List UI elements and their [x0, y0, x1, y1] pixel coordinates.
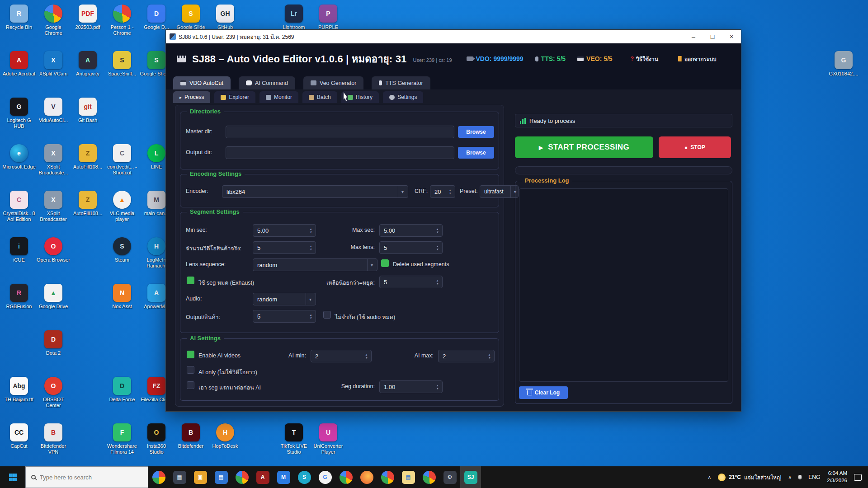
filmora[interactable]: F Wondershare Filmora 14 [105, 422, 139, 469]
spinner-arrows-icon[interactable]: ▴▾ [436, 227, 438, 234]
max-lens-stepper[interactable]: 5▴▾ [379, 241, 443, 254]
th-baijam-font[interactable]: Abg TH Baijam.ttf [2, 376, 36, 422]
enable-ai-checkbox[interactable] [187, 351, 194, 358]
antigravity[interactable]: A Antigravity [71, 50, 105, 97]
minimize-button[interactable]: – [684, 30, 703, 43]
ai-min-stepper[interactable]: 2▴▾ [311, 350, 372, 362]
weather-widget[interactable]: 21°C แจ่มใสส่วนใหญ่ [718, 473, 781, 482]
settings-gear-icon[interactable]: ⚙ [439, 466, 460, 488]
subtab-monitor[interactable]: Monitor [259, 91, 298, 103]
start-button[interactable] [0, 466, 25, 488]
gx-photo[interactable]: G GX010842.... [826, 50, 861, 97]
start-processing-button[interactable]: ▶ START PROCESSING [515, 136, 653, 158]
viduautocl[interactable]: V ViduAutoCl... [36, 97, 71, 143]
seg-duration-stepper[interactable]: 1.00▴▾ [379, 380, 443, 393]
vlc-player[interactable]: ▲ VLC media player [105, 190, 139, 236]
ai-max-stepper[interactable]: 2▴▾ [438, 350, 495, 362]
subtab-settings[interactable]: Settings [383, 91, 423, 103]
tray-microphone-icon[interactable] [798, 475, 802, 479]
steam[interactable]: S Steam [105, 236, 139, 283]
exhaust-checkbox[interactable] [187, 277, 194, 284]
hoptodesk[interactable]: H HopToDesk [208, 422, 242, 469]
tab-vdo-autocut[interactable]: VDO AutoCut [173, 76, 231, 89]
master-dir-input[interactable] [226, 126, 454, 138]
taskbar-search[interactable] [25, 466, 148, 488]
google-icon[interactable]: G [315, 466, 335, 488]
chrome-icon-4[interactable] [419, 466, 439, 488]
unlimited-checkbox[interactable] [323, 311, 331, 319]
microsoft-edge[interactable]: e Microsoft Edge [2, 143, 36, 190]
uniconverter[interactable]: U UniConverter Player [311, 422, 345, 469]
xsplit-broadcaster-2[interactable]: X XSplit Broadcaster [36, 190, 71, 236]
adobe-icon[interactable]: A [252, 466, 273, 488]
store-icon[interactable]: ▣ [190, 466, 211, 488]
output-dir-input[interactable] [226, 146, 454, 159]
recycle-bin[interactable]: R Recycle Bin [2, 4, 36, 50]
crystaldisk[interactable]: C CrystalDisk.. 8 Aoi Edition [2, 190, 36, 236]
bitdefender[interactable]: B Bitdefender [174, 422, 208, 469]
search-highlights-icon[interactable] [148, 466, 169, 488]
adobe-acrobat[interactable]: A Adobe Acrobat [2, 50, 36, 97]
bitdefender-vpn[interactable]: B Bitdefender VPN [36, 422, 71, 469]
spinner-arrows-icon[interactable]: ▴▾ [310, 244, 311, 251]
chrome-icon[interactable] [231, 466, 252, 488]
subtab-process[interactable]: ▸ Process [173, 91, 210, 103]
tray-chevron-up-icon[interactable]: ∧ [708, 474, 711, 480]
spinner-arrows-icon[interactable]: ▴▾ [310, 227, 311, 234]
maximize-button[interactable]: □ [703, 30, 722, 43]
audio-select[interactable]: random ▾ [253, 293, 316, 305]
subtab-batch[interactable]: Batch [302, 91, 337, 103]
subtab-explorer[interactable]: Explorer [214, 91, 255, 103]
mail-icon[interactable]: M [273, 466, 294, 488]
opera-browser[interactable]: O Opera Browser [36, 236, 71, 283]
file-explorer-icon[interactable]: ▤ [398, 466, 419, 488]
first-seg-checkbox[interactable] [187, 381, 194, 389]
xsplit-vcam[interactable]: X XSplit VCam [36, 50, 71, 97]
git-bash[interactable]: git Git Bash [71, 97, 105, 143]
max-sec-stepper[interactable]: 5.00▴▾ [379, 224, 443, 237]
output-browse-button[interactable]: Browse [458, 147, 494, 159]
pdf-file[interactable]: PDF 202503.pdf [71, 4, 105, 50]
lens-sequence-select[interactable]: random ▾ [253, 258, 377, 271]
nox-asst[interactable]: N Nox Asst [105, 283, 139, 329]
dota2[interactable]: D Dota 2 [36, 329, 71, 376]
firefox-icon[interactable] [356, 466, 377, 488]
logitech-ghub[interactable]: G Logitech G HUB [2, 97, 36, 143]
insta360-studio[interactable]: O Insta360 Studio [139, 422, 174, 469]
google-drive[interactable]: ▲ Google Drive [36, 283, 71, 329]
teal-app-icon[interactable]: S [294, 466, 315, 488]
tiktok-live-studio[interactable]: T TikTok LIVE Studio [277, 422, 311, 469]
xsplit-broadcaster-1[interactable]: X XSplit Broadcaste... [36, 143, 71, 190]
spinner-arrows-icon[interactable]: ▴▾ [310, 313, 311, 319]
real-video-count-stepper[interactable]: 5▴▾ [253, 241, 316, 254]
preset-select[interactable]: ultrafast ▾ [480, 185, 519, 198]
encoder-select[interactable]: libx264 ▾ [222, 185, 408, 198]
window-titlebar[interactable]: SJ88 v1.0.6 | User: 239 | หมดอายุ: 31 มี… [166, 30, 741, 43]
min-sec-stepper[interactable]: 5.00▴▾ [253, 224, 316, 237]
autofill-zip-2[interactable]: Z AutoFill108... [71, 190, 105, 236]
spacesniffer[interactable]: S SpaceSniff... [105, 50, 139, 97]
icue[interactable]: i iCUE [2, 236, 36, 283]
tab-ai-command[interactable]: AI Command [239, 76, 295, 89]
close-button[interactable]: × [722, 30, 741, 43]
rgbfusion[interactable]: R RGBFusion [2, 283, 36, 329]
google-chrome[interactable]: Google Chrome [36, 4, 71, 50]
master-browse-button[interactable]: Browse [458, 126, 494, 138]
person1-chrome[interactable]: Person 1 - Chrome [105, 4, 139, 50]
spinner-arrows-icon[interactable]: ▴▾ [488, 353, 490, 359]
capcut[interactable]: CC CapCut [2, 422, 36, 469]
spinner-arrows-icon[interactable]: ▴▾ [365, 353, 367, 359]
autofill-zip-1[interactable]: Z AutoFill108... [71, 143, 105, 190]
delete-used-checkbox[interactable] [381, 259, 389, 267]
spinner-arrows-icon[interactable]: ▴▾ [449, 188, 451, 195]
language-indicator[interactable]: ENG [808, 474, 820, 480]
clock[interactable]: 6:04 AM 2/3/2026 [827, 470, 847, 484]
clear-log-button[interactable]: Clear Log [519, 386, 568, 399]
spinner-arrows-icon[interactable]: ▴▾ [436, 384, 438, 390]
task-view-icon[interactable]: ▦ [169, 466, 190, 488]
chrome-icon-3[interactable] [377, 466, 398, 488]
notification-center-icon[interactable] [854, 474, 862, 481]
crf-stepper[interactable]: 20 ▴▾ [430, 185, 455, 198]
spinner-arrows-icon[interactable]: ▴▾ [436, 279, 438, 285]
search-input[interactable] [40, 474, 130, 481]
